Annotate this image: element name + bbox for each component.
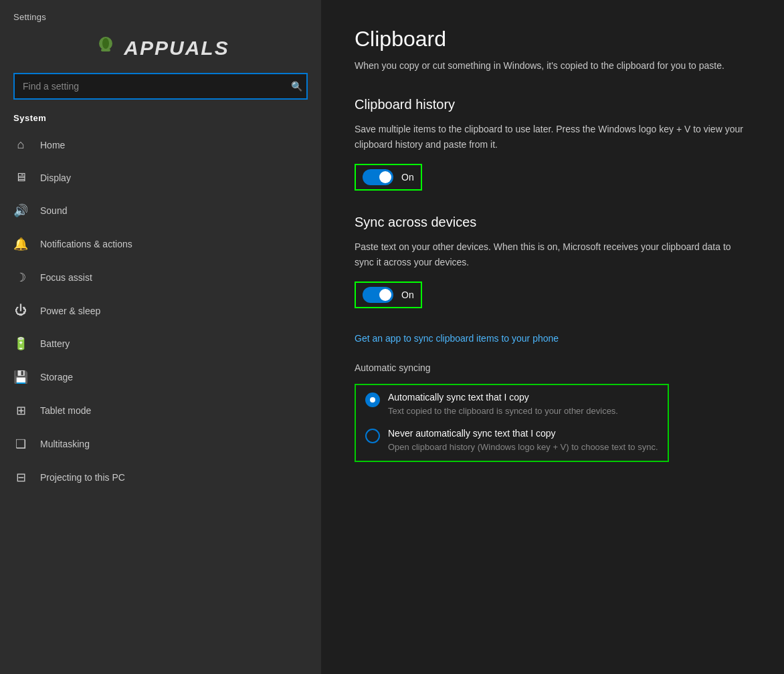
sidebar-item-label-home: Home <box>40 140 65 150</box>
clipboard-history-title: Clipboard history <box>355 97 751 112</box>
sidebar-item-label-power: Power & sleep <box>40 306 100 316</box>
page-title: Clipboard <box>355 27 751 51</box>
radio-option-never-sync[interactable]: Never automatically sync text that I cop… <box>365 428 658 454</box>
sidebar-item-battery[interactable]: 🔋 Battery <box>0 327 321 360</box>
radio-circle-auto-sync[interactable] <box>365 392 380 407</box>
battery-icon: 🔋 <box>13 336 28 351</box>
clipboard-history-toggle-row: On <box>355 164 751 191</box>
sidebar-item-label-tablet: Tablet mode <box>40 405 91 416</box>
sound-icon: 🔊 <box>13 203 28 218</box>
storage-icon: 💾 <box>13 370 28 384</box>
sidebar-item-projecting[interactable]: ⊟ Projecting to this PC <box>0 461 321 494</box>
search-input[interactable] <box>13 73 308 100</box>
svg-rect-2 <box>101 49 110 51</box>
sync-devices-toggle-label: On <box>401 290 414 300</box>
sync-devices-title: Sync across devices <box>355 215 751 230</box>
toggle-knob <box>379 171 391 183</box>
main-content: Clipboard When you copy or cut something… <box>321 0 784 674</box>
home-icon: ⌂ <box>13 138 28 152</box>
sidebar-item-storage[interactable]: 💾 Storage <box>0 360 321 394</box>
sync-devices-desc: Paste text on your other devices. When t… <box>355 239 751 269</box>
projecting-icon: ⊟ <box>13 470 28 485</box>
radio-circle-never-sync[interactable] <box>365 429 380 443</box>
sidebar-item-label-display: Display <box>40 173 71 183</box>
sidebar-item-notifications[interactable]: 🔔 Notifications & actions <box>0 227 321 261</box>
radio-desc-auto-sync: Text copied to the clipboard is synced t… <box>388 405 618 418</box>
sidebar-item-focus[interactable]: ☽ Focus assist <box>0 261 321 294</box>
clipboard-history-toggle-outline: On <box>355 164 422 191</box>
radio-group-auto-sync: Automatically sync text that I copy Text… <box>355 384 669 462</box>
clipboard-history-toggle-label: On <box>401 172 414 183</box>
sidebar-item-multitasking[interactable]: ❑ Multitasking <box>0 427 321 461</box>
window-title: Settings <box>0 0 321 27</box>
power-icon: ⏻ <box>13 304 28 318</box>
appuals-logo-text: APPUALS <box>124 37 229 60</box>
notifications-icon: 🔔 <box>13 237 28 251</box>
search-icon-button[interactable]: 🔍 <box>291 81 302 92</box>
sidebar-item-label-storage: Storage <box>40 372 73 382</box>
page-subtitle: When you copy or cut something in Window… <box>355 58 751 73</box>
multitasking-icon: ❑ <box>13 437 28 451</box>
logo-area: APPUALS <box>0 27 321 66</box>
focus-icon: ☽ <box>13 270 28 285</box>
sidebar-item-label-battery: Battery <box>40 338 70 349</box>
sidebar: Settings APPUALS 🔍 System ⌂ Home 🖥 Displ… <box>0 0 321 674</box>
sidebar-item-label-multitasking: Multitasking <box>40 439 90 449</box>
sidebar-item-label-sound: Sound <box>40 205 67 216</box>
sidebar-item-label-focus: Focus assist <box>40 272 92 283</box>
sidebar-item-tablet[interactable]: ⊞ Tablet mode <box>0 394 321 427</box>
tablet-icon: ⊞ <box>13 403 28 418</box>
display-icon: 🖥 <box>13 171 28 185</box>
radio-text-auto-sync: Automatically sync text that I copy Text… <box>388 392 618 418</box>
sync-devices-toggle-outline: On <box>355 282 422 308</box>
auto-sync-title: Automatic syncing <box>355 362 751 373</box>
sync-devices-toggle[interactable] <box>363 287 393 303</box>
radio-option-auto-sync[interactable]: Automatically sync text that I copy Text… <box>365 392 658 418</box>
radio-label-auto-sync: Automatically sync text that I copy <box>388 392 618 403</box>
sidebar-item-sound[interactable]: 🔊 Sound <box>0 194 321 227</box>
clipboard-history-toggle[interactable] <box>363 169 393 185</box>
sidebar-item-display[interactable]: 🖥 Display <box>0 161 321 194</box>
sidebar-item-home[interactable]: ⌂ Home <box>0 128 321 161</box>
radio-desc-never-sync: Open clipboard history (Windows logo key… <box>388 441 658 454</box>
sync-phone-link[interactable]: Get an app to sync clipboard items to yo… <box>355 333 559 344</box>
system-label: System <box>0 110 321 128</box>
sidebar-item-label-notifications: Notifications & actions <box>40 239 132 249</box>
radio-text-never-sync: Never automatically sync text that I cop… <box>388 428 658 454</box>
clipboard-history-desc: Save multiple items to the clipboard to … <box>355 122 751 152</box>
sidebar-item-power[interactable]: ⏻ Power & sleep <box>0 294 321 327</box>
appuals-logo-icon <box>92 34 120 62</box>
sidebar-item-label-projecting: Projecting to this PC <box>40 472 125 483</box>
toggle-knob-sync <box>379 289 391 301</box>
search-box: 🔍 <box>13 73 308 100</box>
svg-point-1 <box>102 38 109 49</box>
radio-label-never-sync: Never automatically sync text that I cop… <box>388 428 658 439</box>
sync-devices-toggle-row: On <box>355 282 751 308</box>
nav-items: ⌂ Home 🖥 Display 🔊 Sound 🔔 Notifications… <box>0 128 321 674</box>
